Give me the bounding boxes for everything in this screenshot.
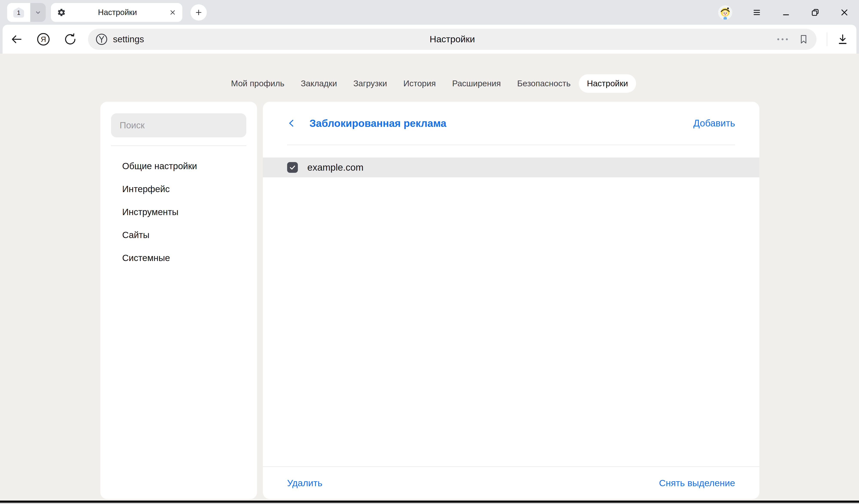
tab-downloads[interactable]: Загрузки bbox=[345, 74, 395, 93]
bookmark-icon[interactable] bbox=[798, 34, 809, 45]
menu-hamburger-icon[interactable] bbox=[752, 8, 762, 17]
blocked-domain: example.com bbox=[307, 162, 364, 173]
sidebar-item-tools[interactable]: Инструменты bbox=[111, 200, 246, 224]
checkmark-icon bbox=[289, 164, 296, 171]
tab-group-control[interactable]: 1 bbox=[7, 3, 46, 22]
settings-sidebar: Общие настройки Интерфейс Инструменты Са… bbox=[100, 102, 257, 499]
avatar-image bbox=[718, 5, 732, 19]
tab-extensions[interactable]: Расширения bbox=[444, 74, 509, 93]
sidebar-divider bbox=[111, 146, 246, 146]
tab-my-profile[interactable]: Мой профиль bbox=[223, 74, 293, 93]
settings-nav-tabs: Мой профиль Закладки Загрузки История Ра… bbox=[0, 74, 859, 93]
bottom-edge-bar bbox=[0, 501, 859, 503]
browser-titlebar: 1 Настройки bbox=[0, 0, 859, 25]
svg-text:Я: Я bbox=[41, 35, 46, 43]
sidebar-item-system[interactable]: Системные bbox=[111, 246, 246, 270]
sidebar-item-general[interactable]: Общие настройки bbox=[111, 155, 246, 178]
profile-avatar[interactable] bbox=[718, 5, 732, 19]
downloads-icon[interactable] bbox=[837, 33, 849, 45]
tab-title: Настройки bbox=[66, 8, 169, 17]
tab-close-icon[interactable] bbox=[169, 9, 176, 16]
deselect-button[interactable]: Снять выделение bbox=[659, 478, 735, 488]
bottom-edge-sliver bbox=[0, 503, 859, 504]
reload-icon[interactable] bbox=[64, 33, 76, 46]
address-right-actions bbox=[777, 34, 809, 45]
panel-header: Заблокированная реклама Добавить bbox=[263, 102, 759, 145]
shield-icon: 1 bbox=[13, 7, 25, 18]
window-minimize-icon[interactable] bbox=[781, 8, 791, 17]
tab-group-count: 1 bbox=[17, 9, 20, 16]
back-arrow-icon[interactable] bbox=[10, 33, 23, 46]
add-button[interactable]: Добавить bbox=[693, 118, 735, 128]
blocked-ads-list: example.com bbox=[263, 145, 759, 467]
url-text[interactable]: settings bbox=[113, 34, 144, 44]
tab-bookmarks[interactable]: Закладки bbox=[292, 74, 345, 93]
tab-settings[interactable]: Настройки bbox=[579, 74, 636, 93]
back-chevron-icon[interactable] bbox=[287, 119, 297, 128]
toolbar-divider bbox=[827, 32, 827, 46]
chevron-down-icon bbox=[34, 9, 42, 16]
window-maximize-icon[interactable] bbox=[811, 8, 820, 17]
new-tab-button[interactable] bbox=[191, 4, 207, 20]
delete-button[interactable]: Удалить bbox=[287, 478, 322, 488]
tab-security[interactable]: Безопасность bbox=[509, 74, 579, 93]
sidebar-item-sites[interactable]: Сайты bbox=[111, 224, 246, 246]
more-actions-icon[interactable] bbox=[777, 37, 788, 41]
address-bar[interactable]: settings Настройки bbox=[88, 29, 816, 50]
tab-group-expand-button[interactable] bbox=[30, 3, 46, 22]
tab-group-badge[interactable]: 1 bbox=[7, 3, 30, 22]
row-checkbox[interactable] bbox=[287, 162, 298, 173]
site-badge-icon[interactable] bbox=[95, 33, 108, 46]
window-close-icon[interactable] bbox=[840, 8, 849, 17]
search-input[interactable] bbox=[111, 113, 246, 137]
sidebar-item-interface[interactable]: Интерфейс bbox=[111, 178, 246, 200]
list-row[interactable]: example.com bbox=[263, 157, 759, 177]
gear-icon bbox=[57, 8, 66, 17]
sidebar-section-list: Общие настройки Интерфейс Инструменты Са… bbox=[111, 155, 246, 270]
panel-footer: Удалить Снять выделение bbox=[263, 467, 759, 499]
tab-history[interactable]: История bbox=[395, 74, 444, 93]
yandex-logo-icon[interactable]: Я bbox=[36, 32, 50, 46]
panel-title: Заблокированная реклама bbox=[310, 118, 447, 129]
settings-page: Мой профиль Закладки Загрузки История Ра… bbox=[0, 54, 859, 504]
plus-icon bbox=[195, 9, 203, 17]
titlebar-right-controls bbox=[718, 5, 849, 19]
browser-tab-settings[interactable]: Настройки bbox=[51, 3, 182, 22]
browser-toolbar: Я settings Настройки bbox=[3, 25, 856, 54]
address-page-title: Настройки bbox=[88, 34, 816, 44]
blocked-ads-panel: Заблокированная реклама Добавить example… bbox=[263, 102, 759, 499]
